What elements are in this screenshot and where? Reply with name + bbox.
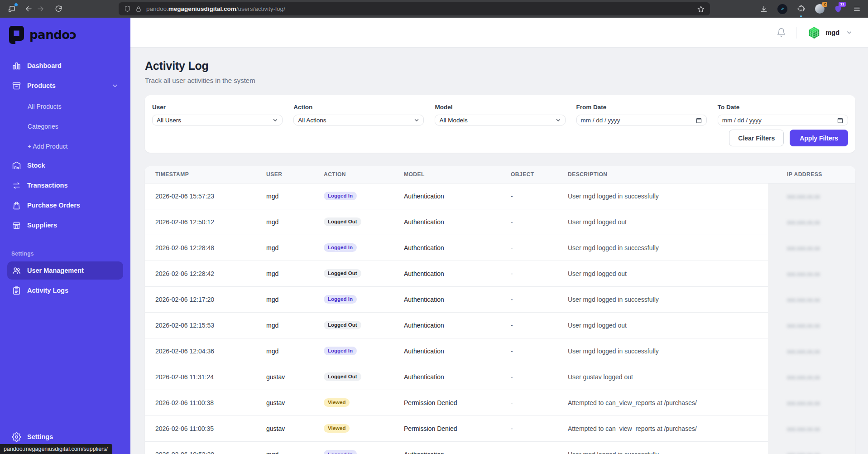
user-select[interactable]: All Users [152, 115, 283, 126]
sidebar-subitem-all-products[interactable]: All Products [0, 97, 130, 116]
refresh-button[interactable] [53, 3, 64, 15]
model-select[interactable]: All Models [435, 115, 565, 126]
action-cell: Logged Out [313, 209, 393, 235]
warehouse-icon [12, 161, 21, 170]
sidebar-nav: Dashboard Products All ProductsCategorie… [0, 57, 130, 301]
logo[interactable]: pandoɔ [0, 18, 130, 49]
to-date-input[interactable]: mm / dd / yyyy [718, 115, 848, 126]
sidebar-item-settings-bottom[interactable]: Settings [7, 428, 123, 446]
calendar-icon [695, 117, 702, 124]
filter-field-model: Model All Models [435, 104, 565, 126]
extensions-puzzle-icon[interactable] [795, 3, 807, 15]
model-cell: Authentication [393, 261, 500, 286]
page-subtitle: Track all user activities in the system [145, 77, 855, 84]
extension-badge: 2 [822, 2, 827, 7]
status-url-tooltip: pandoo.megageniusdigital.com/suppliers/ [0, 444, 112, 454]
action-cell: Logged Out [313, 261, 393, 286]
sidebar-item-suppliers[interactable]: Suppliers [7, 216, 123, 234]
description-cell: Attempted to can_view_reports at /purcha… [557, 390, 768, 415]
lock-icon [135, 6, 142, 12]
action-badge: Viewed [324, 398, 350, 407]
ip-cell: xxx.xxx.xx.xx [768, 235, 855, 261]
action-cell: Logged In [313, 183, 393, 209]
ip-masked-text: xxx.xxx.xx.xx [787, 323, 820, 329]
forward-button[interactable] [34, 3, 46, 15]
user-cell: mgd [256, 183, 313, 209]
column-header: USER [256, 166, 313, 183]
sidebar-item-products[interactable]: Products [7, 77, 123, 95]
ip-masked-text: xxx.xxx.xx.xx [787, 426, 820, 432]
timestamp-cell: 2026-02-06 12:50:12 [145, 209, 256, 235]
sidebar: pandoɔ Dashboard Products All ProductsCa… [0, 18, 130, 454]
object-cell: - [500, 312, 557, 338]
transfer-arrows-icon [12, 181, 21, 190]
clear-filters-button[interactable]: Clear Filters [729, 130, 784, 146]
timestamp-cell: 2026-02-06 12:28:48 [145, 235, 256, 261]
ip-cell: xxx.xxx.xx.xx [768, 286, 855, 312]
filter-field-action: Action All Actions [293, 104, 424, 126]
action-cell: Viewed [313, 415, 393, 441]
ip-cell: xxx.xxx.xx.xx [768, 312, 855, 338]
table-row: 2026-02-06 12:04:36 mgd Logged In Authen… [145, 338, 855, 364]
url-bar[interactable]: pandoo.megageniusdigital.com/users/activ… [119, 2, 710, 15]
menu-hamburger-icon[interactable] [851, 3, 863, 15]
user-cell: mgd [256, 209, 313, 235]
action-badge: Logged Out [324, 321, 361, 329]
shield-icon [124, 5, 131, 12]
sidebar-subitem-categories[interactable]: Categories [0, 116, 130, 136]
sidebar-subitem--add-product[interactable]: + Add Product [0, 136, 130, 156]
object-cell: - [500, 441, 557, 454]
back-button[interactable] [23, 3, 34, 15]
bar-chart-icon [12, 61, 21, 71]
action-cell: Logged In [313, 338, 393, 364]
bell-icon[interactable] [777, 28, 786, 37]
column-header: ACTION [313, 166, 393, 183]
activity-table-body: 2026-02-06 15:57:23 mgd Logged In Authen… [145, 183, 855, 454]
table-row: 2026-02-06 12:15:53 mgd Logged Out Authe… [145, 312, 855, 338]
action-cell: Viewed [313, 390, 393, 415]
download-icon[interactable] [758, 3, 770, 15]
user-cell: mgd [256, 261, 313, 286]
description-cell: User mgd logged in successfully [557, 338, 768, 364]
profile-extension-icon[interactable]: 2 [814, 3, 825, 15]
table-header-row: TIMESTAMPUSERACTIONMODELOBJECTDESCRIPTIO… [145, 166, 855, 183]
description-cell: User gustav logged out [557, 364, 768, 390]
user-cell: mgd [256, 441, 313, 454]
model-cell: Authentication [393, 364, 500, 390]
sidebar-item-transactions[interactable]: Transactions [7, 176, 123, 194]
column-header: IP ADDRESS [768, 166, 855, 183]
object-cell: - [500, 364, 557, 390]
sidebar-item-dashboard[interactable]: Dashboard [7, 57, 123, 75]
user-menu[interactable]: mgd [807, 26, 853, 39]
sidebar-item-stock[interactable]: Stock [7, 156, 123, 174]
activity-table: TIMESTAMPUSERACTIONMODELOBJECTDESCRIPTIO… [145, 166, 855, 454]
bookmark-star-icon[interactable] [697, 5, 705, 13]
timestamp-cell: 2026-02-06 10:52:30 [145, 441, 256, 454]
sidebar-item-user-management[interactable]: User Management [7, 261, 123, 280]
table-row: 2026-02-06 12:28:48 mgd Logged In Authen… [145, 235, 855, 261]
sidebar-item-activity-logs[interactable]: Activity Logs [7, 281, 123, 299]
timestamp-cell: 2026-02-06 11:00:38 [145, 390, 256, 415]
ip-cell: xxx.xxx.xx.xx [768, 364, 855, 390]
ip-masked-text: xxx.xxx.xx.xx [787, 245, 820, 251]
ip-masked-text: xxx.xxx.xx.xx [787, 452, 820, 454]
action-cell: Logged In [313, 235, 393, 261]
ip-cell: xxx.xxx.xx.xx [768, 390, 855, 415]
window-tab-icon[interactable] [5, 3, 17, 15]
apply-filters-button[interactable]: Apply Filters [790, 130, 848, 146]
action-select[interactable]: All Actions [293, 115, 424, 126]
user-cell: mgd [256, 286, 313, 312]
privacy-shield-icon[interactable]: 11 [832, 3, 844, 15]
object-cell: - [500, 235, 557, 261]
action-cell: Logged In [313, 441, 393, 454]
model-cell: Authentication [393, 286, 500, 312]
column-header: MODEL [393, 166, 500, 183]
ip-masked-text: xxx.xxx.xx.xx [787, 219, 820, 226]
from-date-input[interactable]: mm / dd / yyyy [576, 115, 707, 126]
extension-avatar-icon[interactable] [777, 3, 788, 15]
sidebar-item-purchase-orders[interactable]: Purchase Orders [7, 196, 123, 214]
filter-field-to-date: To Date mm / dd / yyyy [718, 104, 848, 126]
action-badge: Logged In [324, 192, 357, 200]
pandoo-logo-icon [9, 26, 24, 44]
user-cell: gustav [256, 364, 313, 390]
